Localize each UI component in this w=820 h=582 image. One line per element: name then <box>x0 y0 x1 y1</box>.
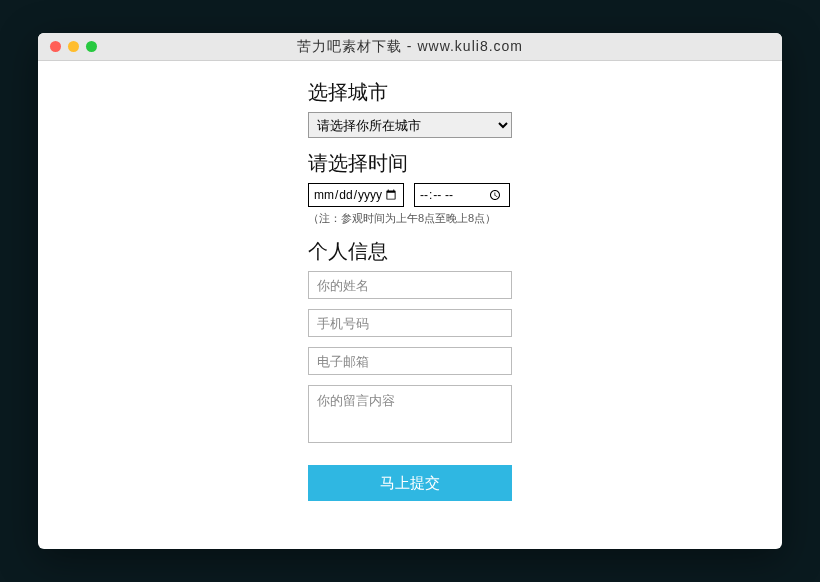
titlebar: 苦力吧素材下载 - www.kuli8.com <box>38 33 782 61</box>
minimize-button[interactable] <box>68 41 79 52</box>
datetime-note: （注：参观时间为上午8点至晚上8点） <box>308 211 512 226</box>
datetime-row <box>308 183 512 207</box>
window-title: 苦力吧素材下载 - www.kuli8.com <box>38 38 782 56</box>
city-select[interactable]: 请选择你所在城市 <box>308 112 512 138</box>
datetime-heading: 请选择时间 <box>308 150 512 177</box>
city-heading: 选择城市 <box>308 79 512 106</box>
submit-button[interactable]: 马上提交 <box>308 465 512 501</box>
message-textarea[interactable] <box>308 385 512 443</box>
form-container: 选择城市 请选择你所在城市 请选择时间 （注：参观时间为上午8点至晚上8点） 个… <box>308 79 512 501</box>
maximize-button[interactable] <box>86 41 97 52</box>
name-input[interactable] <box>308 271 512 299</box>
date-input[interactable] <box>308 183 404 207</box>
close-button[interactable] <box>50 41 61 52</box>
time-input[interactable] <box>414 183 510 207</box>
phone-input[interactable] <box>308 309 512 337</box>
email-input[interactable] <box>308 347 512 375</box>
traffic-lights <box>38 41 97 52</box>
content-area: 选择城市 请选择你所在城市 请选择时间 （注：参观时间为上午8点至晚上8点） 个… <box>38 61 782 549</box>
browser-window: 苦力吧素材下载 - www.kuli8.com 选择城市 请选择你所在城市 请选… <box>38 33 782 549</box>
personal-heading: 个人信息 <box>308 238 512 265</box>
